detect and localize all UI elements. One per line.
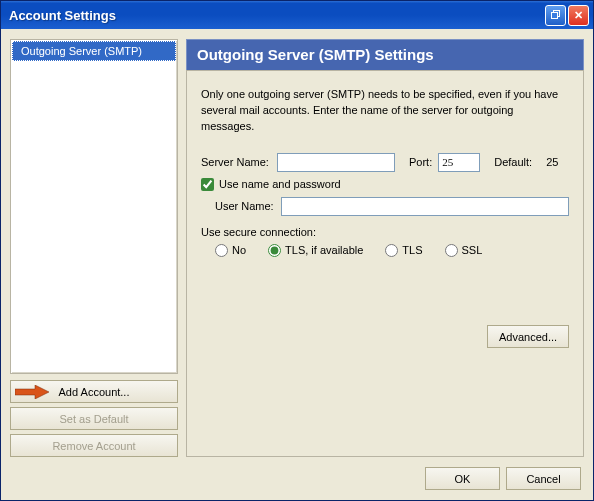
port-input[interactable] bbox=[438, 153, 480, 172]
svg-marker-2 bbox=[15, 385, 49, 399]
sidebar-buttons: Add Account... Set as Default Remove Acc… bbox=[10, 380, 178, 457]
dialog-footer: OK Cancel bbox=[1, 467, 593, 500]
ok-label: OK bbox=[455, 473, 471, 485]
secure-radio-no[interactable] bbox=[215, 244, 228, 257]
use-auth-row: Use name and password bbox=[201, 178, 569, 191]
settings-panel: Only one outgoing server (SMTP) needs to… bbox=[186, 70, 584, 457]
advanced-button[interactable]: Advanced... bbox=[487, 325, 569, 348]
restore-icon bbox=[551, 10, 561, 20]
ok-button[interactable]: OK bbox=[425, 467, 500, 490]
secure-radio-tls-if[interactable] bbox=[268, 244, 281, 257]
server-name-row: Server Name: Port: Default: 25 bbox=[201, 153, 569, 172]
secure-connection-options: No TLS, if available TLS SSL bbox=[215, 244, 569, 257]
secure-radio-tls[interactable] bbox=[385, 244, 398, 257]
restore-button[interactable] bbox=[545, 5, 566, 26]
user-name-label: User Name: bbox=[215, 200, 281, 212]
secure-radio-ssl[interactable] bbox=[445, 244, 458, 257]
account-settings-window: Account Settings ✕ Outgoing Server (SMTP… bbox=[0, 0, 594, 501]
use-auth-checkbox[interactable] bbox=[201, 178, 214, 191]
add-account-button[interactable]: Add Account... bbox=[10, 380, 178, 403]
secure-option-no[interactable]: No bbox=[215, 244, 246, 257]
user-name-row: User Name: bbox=[215, 197, 569, 216]
remove-account-button: Remove Account bbox=[10, 434, 178, 457]
set-default-label: Set as Default bbox=[59, 413, 128, 425]
sidebar-item-smtp[interactable]: Outgoing Server (SMTP) bbox=[12, 41, 176, 61]
main-panel: Outgoing Server (SMTP) Settings Only one… bbox=[186, 39, 584, 457]
user-name-input[interactable] bbox=[281, 197, 569, 216]
add-account-label: Add Account... bbox=[59, 386, 130, 398]
window-buttons: ✕ bbox=[545, 5, 589, 26]
server-name-input[interactable] bbox=[277, 153, 395, 172]
arrow-annotation-icon bbox=[15, 385, 49, 399]
close-icon: ✕ bbox=[574, 9, 583, 22]
port-label: Port: bbox=[409, 156, 432, 168]
secure-label: Use secure connection: bbox=[201, 226, 569, 238]
secure-option-tls[interactable]: TLS bbox=[385, 244, 422, 257]
account-tree[interactable]: Outgoing Server (SMTP) bbox=[10, 39, 178, 374]
secure-option-tls-if[interactable]: TLS, if available bbox=[268, 244, 363, 257]
server-name-label: Server Name: bbox=[201, 156, 277, 168]
advanced-label: Advanced... bbox=[499, 331, 557, 343]
cancel-button[interactable]: Cancel bbox=[506, 467, 581, 490]
secure-option-ssl[interactable]: SSL bbox=[445, 244, 483, 257]
titlebar[interactable]: Account Settings ✕ bbox=[1, 1, 593, 29]
set-default-button: Set as Default bbox=[10, 407, 178, 430]
panel-description: Only one outgoing server (SMTP) needs to… bbox=[201, 87, 569, 135]
sidebar: Outgoing Server (SMTP) Add Account... Se… bbox=[10, 39, 178, 457]
cancel-label: Cancel bbox=[526, 473, 560, 485]
window-title: Account Settings bbox=[9, 8, 545, 23]
panel-heading: Outgoing Server (SMTP) Settings bbox=[186, 39, 584, 70]
dialog-body: Outgoing Server (SMTP) Add Account... Se… bbox=[1, 29, 593, 467]
use-auth-label: Use name and password bbox=[219, 178, 341, 190]
close-button[interactable]: ✕ bbox=[568, 5, 589, 26]
default-port-value: 25 bbox=[546, 156, 558, 168]
default-port-label: Default: bbox=[494, 156, 532, 168]
remove-account-label: Remove Account bbox=[52, 440, 135, 452]
svg-rect-1 bbox=[551, 13, 557, 19]
